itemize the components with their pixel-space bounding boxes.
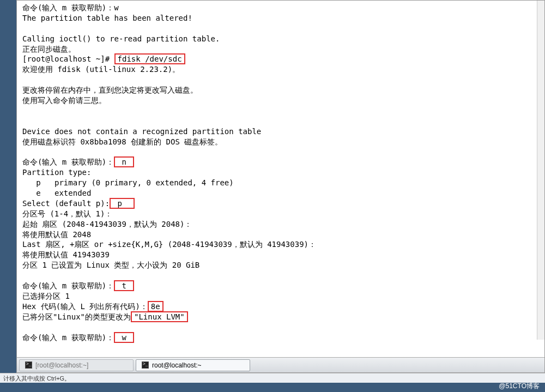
term-prompt: 命令(输入 m 获取帮助)： bbox=[22, 333, 114, 342]
term-line: 正在同步磁盘。 bbox=[22, 45, 76, 53]
taskbar-tab-label: root@localhost:~ bbox=[152, 361, 202, 369]
term-line: 使用写入命令前请三思。 bbox=[22, 96, 106, 105]
term-line: Calling ioctl() to re-read partition tab… bbox=[22, 34, 220, 43]
highlighted-command-fdisk: fdisk /dev/sdc bbox=[114, 53, 185, 64]
terminal-window: 命令(输入 m 获取帮助)：w The partition table has … bbox=[16, 0, 545, 373]
term-line: 命令(输入 m 获取帮助)：w bbox=[22, 3, 119, 12]
statusbar: 计移入其中或按 Ctrl+G。 bbox=[0, 373, 545, 383]
term-line: Last 扇区, +扇区 or +size{K,M,G} (2048-41943… bbox=[22, 240, 316, 249]
highlighted-input-8e: 8e bbox=[148, 301, 164, 312]
statusbar-text: 计移入其中或按 Ctrl+G。 bbox=[3, 375, 70, 382]
highlighted-input-n: n bbox=[114, 156, 134, 167]
term-line: p primary (0 primary, 0 extended, 4 free… bbox=[22, 178, 234, 187]
term-line: Partition type: bbox=[22, 168, 91, 177]
taskbar-tab-1[interactable]: [root@localhost:~] bbox=[19, 359, 134, 371]
term-line: 分区 1 已设置为 Linux 类型，大小设为 20 GiB bbox=[22, 261, 199, 269]
term-line: The partition table has been altered! bbox=[22, 14, 192, 22]
term-prompt: 命令(输入 m 获取帮助)： bbox=[22, 158, 114, 166]
term-line: 将使用默认值 41943039 bbox=[22, 250, 110, 259]
taskbar-tab-2[interactable]: root@localhost:~ bbox=[136, 359, 250, 371]
terminal-icon bbox=[25, 361, 32, 369]
watermark: @51CTO博客 bbox=[499, 382, 540, 391]
term-prompt: [root@localhost ~]# bbox=[22, 55, 114, 63]
term-line: 起始 扇区 (2048-41943039，默认为 2048)： bbox=[22, 220, 192, 228]
term-line: 使用磁盘标识符 0x8bba1098 创建新的 DOS 磁盘标签。 bbox=[22, 137, 222, 146]
highlighted-linux-lvm: "Linux LVM" bbox=[131, 311, 188, 322]
term-line: 更改将停留在内存中，直到您决定将更改写入磁盘。 bbox=[22, 86, 198, 94]
taskbar-tab-label: [root@localhost:~] bbox=[35, 361, 88, 369]
scrollbar[interactable] bbox=[537, 1, 544, 340]
terminal-output[interactable]: 命令(输入 m 获取帮助)：w The partition table has … bbox=[17, 1, 544, 357]
highlighted-input-t: t bbox=[114, 280, 134, 291]
term-prompt: Select (default p): bbox=[22, 199, 110, 208]
term-line: 已选择分区 1 bbox=[22, 292, 70, 300]
term-line: 将使用默认值 2048 bbox=[22, 230, 91, 239]
term-line: e extended bbox=[22, 189, 91, 197]
term-prompt: 已将分区"Linux"的类型更改为 bbox=[22, 312, 131, 321]
term-line: 欢迎使用 fdisk (util-linux 2.23.2)。 bbox=[22, 65, 180, 74]
watermark-text: @51CTO博客 bbox=[499, 382, 540, 390]
highlighted-input-p: p bbox=[110, 198, 135, 209]
term-prompt: Hex 代码(输入 L 列出所有代码)： bbox=[22, 302, 148, 311]
terminal-icon bbox=[142, 361, 149, 369]
term-line: 分区号 (1-4，默认 1)： bbox=[22, 209, 112, 218]
term-line: Device does not contain a recognized par… bbox=[22, 127, 261, 136]
term-prompt: 命令(输入 m 获取帮助)： bbox=[22, 281, 114, 290]
highlighted-input-w: w bbox=[114, 332, 134, 343]
panel-taskbar: [root@localhost:~] root@localhost:~ bbox=[17, 357, 544, 372]
